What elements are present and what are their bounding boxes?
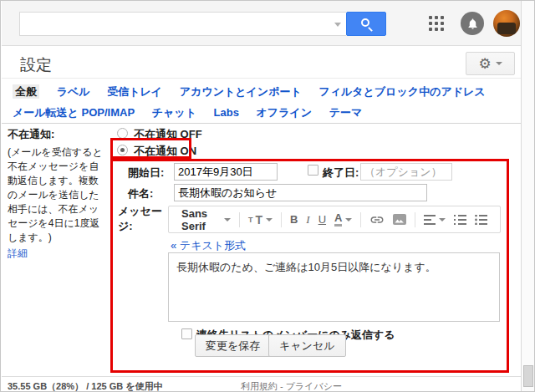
gear-icon: ⚙ bbox=[478, 57, 491, 71]
toolbar-divider bbox=[281, 212, 282, 227]
tab-filters-blocked[interactable]: フィルタとブロック中のアドレス bbox=[318, 85, 485, 98]
scrollbar-thumb[interactable] bbox=[523, 365, 533, 387]
settings-tabs: 全般 ラベル 受信トレイ アカウントとインポート フィルタとブロック中のアドレス… bbox=[2, 79, 521, 124]
notifications-bell-icon[interactable] bbox=[461, 12, 484, 35]
ordered-list-icon bbox=[454, 215, 466, 225]
tab-themes[interactable]: テーマ bbox=[329, 106, 363, 119]
tab-row-2: メール転送と POP/IMAP チャット Labs オフライン テーマ bbox=[13, 105, 376, 120]
end-date-label: 終了日: bbox=[323, 165, 359, 181]
bell-icon bbox=[466, 18, 479, 30]
text-color-button[interactable]: A bbox=[334, 212, 352, 227]
font-family-select[interactable]: Sans Serif bbox=[181, 207, 231, 232]
bullet-list-button[interactable] bbox=[475, 215, 487, 225]
avatar[interactable] bbox=[493, 10, 520, 37]
save-changes-button[interactable]: 変更を保存 bbox=[195, 334, 271, 357]
tab-labels[interactable]: ラベル bbox=[57, 85, 90, 98]
chevron-down-icon bbox=[266, 218, 273, 221]
gmail-settings-page: 設定 ⚙ 全般 ラベル 受信トレイ アカウントとインポート フィルタとブロック中… bbox=[0, 0, 535, 392]
rich-text-toolbar: Sans Serif TT B I U A bbox=[168, 206, 501, 233]
search-icon bbox=[361, 18, 369, 27]
underline-button[interactable]: U bbox=[318, 213, 326, 226]
details-link[interactable]: 詳細 bbox=[8, 247, 28, 261]
insert-link-button[interactable] bbox=[369, 216, 385, 224]
vacation-description-column: 不在通知: (メールを受信すると不在メッセージを自動返信します。複数のメールを送… bbox=[8, 127, 109, 261]
page-title: 設定 bbox=[20, 54, 52, 76]
insert-image-button[interactable] bbox=[393, 214, 406, 225]
chevron-down-icon bbox=[224, 218, 231, 221]
start-date-input[interactable] bbox=[174, 163, 278, 181]
image-icon bbox=[393, 214, 406, 225]
font-size-select[interactable]: TT bbox=[248, 213, 273, 227]
tab-chat[interactable]: チャット bbox=[152, 106, 196, 119]
align-left-icon bbox=[424, 215, 436, 225]
chevron-down-icon bbox=[496, 62, 502, 65]
settings-gear-button[interactable]: ⚙ bbox=[466, 52, 515, 75]
end-date-input[interactable] bbox=[360, 163, 452, 181]
subject-label: 件名: bbox=[128, 186, 153, 201]
align-button[interactable] bbox=[424, 215, 446, 225]
tab-accounts-import[interactable]: アカウントとインポート bbox=[180, 85, 302, 98]
cancel-button[interactable]: キャンセル bbox=[268, 334, 346, 357]
search-input[interactable] bbox=[19, 12, 346, 36]
tab-general[interactable]: 全般 bbox=[13, 84, 39, 99]
chevron-down-icon bbox=[345, 218, 352, 221]
title-bar: 設定 ⚙ bbox=[2, 47, 521, 79]
tab-forwarding-pop-imap[interactable]: メール転送と POP/IMAP bbox=[13, 106, 135, 119]
vacation-description: (メールを受信すると不在メッセージを自動返信します。複数のメールを送信した相手に… bbox=[8, 145, 109, 245]
start-date-label: 開始日: bbox=[128, 165, 164, 181]
bold-button[interactable]: B bbox=[290, 213, 298, 226]
tab-inbox[interactable]: 受信トレイ bbox=[107, 85, 162, 98]
contacts-only-checkbox[interactable] bbox=[181, 328, 192, 339]
apps-grid-icon[interactable] bbox=[429, 16, 446, 33]
vacation-off-label[interactable]: 不在通知 OFF bbox=[134, 127, 202, 142]
chevron-down-icon bbox=[439, 218, 446, 221]
toolbar-divider bbox=[239, 212, 240, 227]
tab-row-1: 全般 ラベル 受信トレイ アカウントとインポート フィルタとブロック中のアドレス bbox=[13, 84, 500, 99]
tab-labs[interactable]: Labs bbox=[214, 106, 239, 119]
italic-button[interactable]: I bbox=[306, 213, 309, 227]
search-button[interactable] bbox=[346, 12, 386, 36]
tab-offline[interactable]: オフライン bbox=[257, 106, 313, 119]
vertical-scrollbar[interactable] bbox=[521, 1, 535, 391]
vacation-on-label[interactable]: 不在通知 ON bbox=[134, 144, 196, 159]
link-icon bbox=[369, 216, 385, 224]
search-options-caret-icon[interactable] bbox=[334, 23, 341, 27]
toolbar-divider bbox=[415, 212, 415, 227]
message-label: メッセージ: bbox=[118, 204, 166, 233]
vacation-off-radio[interactable] bbox=[117, 128, 128, 139]
toolbar-divider bbox=[360, 212, 361, 227]
section-divider bbox=[2, 376, 521, 377]
vacation-section-label: 不在通知: bbox=[8, 127, 109, 142]
end-date-checkbox[interactable] bbox=[308, 165, 318, 176]
top-bar bbox=[2, 1, 521, 46]
ordered-list-button[interactable] bbox=[454, 215, 466, 225]
vacation-on-radio[interactable] bbox=[117, 145, 128, 155]
bullet-list-icon bbox=[475, 215, 487, 225]
font-size-icon: T bbox=[248, 216, 253, 224]
plain-text-link[interactable]: « テキスト形式 bbox=[171, 238, 246, 253]
subject-input[interactable] bbox=[174, 184, 427, 201]
text-color-icon: A bbox=[334, 212, 342, 227]
storage-usage-text: 35.55 GB（28%） / 125 GB を使用中 bbox=[8, 380, 163, 392]
message-textarea[interactable]: 長期休暇のため、ご連絡は10月5日以降になります。 bbox=[168, 252, 500, 322]
terms-privacy-links[interactable]: 利用規約 - プライバシー bbox=[241, 380, 342, 392]
